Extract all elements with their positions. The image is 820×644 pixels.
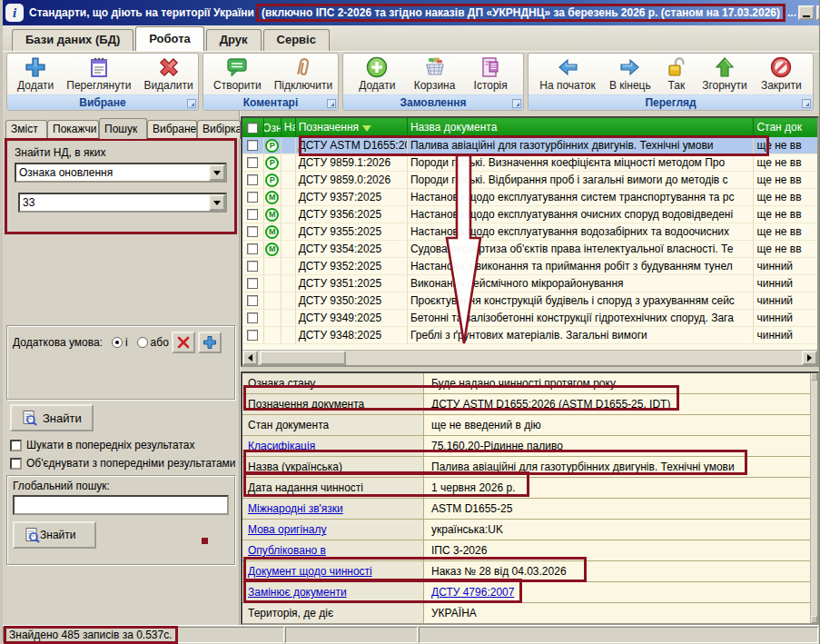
dialog-launcher-icon[interactable] — [327, 99, 336, 108]
comment-create-button[interactable]: Створити — [207, 54, 268, 92]
table-row[interactable]: Р ДСТУ ASTM D1655:2026 ( Палива авіаційн… — [242, 137, 817, 154]
row-checkbox[interactable] — [247, 226, 258, 237]
checkbox-icon[interactable] — [10, 458, 22, 470]
order-basket-button[interactable]: Корзина — [408, 54, 462, 92]
table-row[interactable]: ДСТУ 9348:2025 Греблі з ґрунтових матері… — [242, 327, 817, 344]
table-row[interactable]: ДСТУ 9349:2025 Бетонні та залізобетонні … — [242, 310, 817, 327]
header-status[interactable]: Стан док — [754, 118, 817, 137]
table-row[interactable]: М ДСТУ 9355:2025 Настанова щодо експлуат… — [242, 223, 817, 241]
doc-status: чинний — [754, 258, 817, 274]
detail-label-link[interactable]: Мова оригіналу — [242, 520, 424, 540]
table-row[interactable]: ДСТУ 9351:2025 Виконання сейсмічного мік… — [242, 275, 817, 292]
row-checkbox[interactable] — [247, 157, 258, 168]
row-checkbox[interactable] — [247, 209, 258, 220]
dialog-launcher-icon[interactable] — [187, 99, 196, 108]
condition-remove-button[interactable] — [172, 332, 195, 353]
detail-label-link[interactable]: Замінює документи — [242, 582, 424, 602]
table-row[interactable]: ДСТУ 9352:2025 Настанова з виконання та … — [242, 258, 817, 275]
table-row[interactable]: Р ДСТУ 9859.1:2026 Породи гірські. Визна… — [242, 154, 817, 172]
table-row[interactable]: М ДСТУ 9356:2025 Настанова щодо експлуат… — [242, 206, 817, 223]
paperclip-icon — [291, 55, 315, 79]
tab-print[interactable]: Друк — [206, 29, 262, 51]
row-checkbox[interactable] — [247, 278, 258, 289]
row-checkbox[interactable] — [247, 192, 258, 203]
tab-service[interactable]: Сервіс — [263, 29, 330, 51]
table-row[interactable]: М ДСТУ 9357:2025 Настанова щодо експлуат… — [242, 189, 817, 206]
scrollbar-thumb[interactable] — [260, 351, 346, 365]
header-code[interactable]: Позначення — [296, 118, 408, 137]
detail-value-link[interactable]: ДСТУ 4796:2007 — [424, 582, 810, 602]
select-all-checkbox[interactable] — [247, 123, 258, 134]
triangle-left-icon — [248, 354, 252, 362]
find-button[interactable]: Знайти — [10, 404, 94, 431]
scroll-right-button[interactable] — [802, 351, 817, 365]
header-checkbox-cell[interactable] — [242, 118, 264, 137]
sidebar-tab-search[interactable]: Пошук — [99, 118, 147, 139]
sidebar-tab-selection[interactable]: Вибірка — [197, 120, 241, 139]
detail-panel: Ознака стану Буде надано чинності протяг… — [241, 372, 819, 625]
row-checkbox[interactable] — [247, 261, 258, 272]
favorites-add-button[interactable]: Додати — [11, 54, 60, 92]
checkbox-icon[interactable] — [10, 440, 22, 451]
close-button[interactable]: Закрити — [755, 54, 808, 92]
table-row[interactable]: Р ДСТУ 9859.0:2026 Породи гірські. Відби… — [242, 172, 817, 189]
order-add-button[interactable]: Додати — [352, 54, 401, 92]
scroll-up-button[interactable] — [811, 373, 817, 381]
header-mark[interactable]: Озн — [264, 118, 282, 137]
table-row[interactable]: М ДСТУ 9354:2025 Судова експертиза об'єк… — [242, 241, 817, 258]
horizontal-scrollbar[interactable] — [242, 350, 817, 365]
lock-button[interactable]: Так — [658, 54, 695, 92]
detail-label-link[interactable]: Класифікація — [242, 436, 424, 456]
tab-work[interactable]: Робота — [135, 26, 204, 51]
criteria-field-combobox[interactable]: Ознака оновлення — [15, 163, 227, 183]
dialog-launcher-icon[interactable] — [802, 99, 811, 108]
global-find-button[interactable]: Знайти — [13, 521, 96, 549]
order-history-button[interactable]: Історія — [468, 54, 514, 92]
sidebar-tab-favorites[interactable]: Вибране — [147, 120, 197, 139]
sidebar-tab-indexes[interactable]: Покажчи — [47, 120, 99, 139]
comment-attach-button[interactable]: Підключити — [268, 54, 340, 92]
row-checkbox[interactable] — [247, 330, 258, 341]
global-search-input[interactable] — [13, 495, 229, 515]
sidebar-tab-contents[interactable]: Зміст — [5, 120, 47, 139]
detail-label-link[interactable]: Документ щодо чинності — [242, 561, 424, 581]
row-checkbox[interactable] — [247, 243, 258, 254]
favorites-view-button[interactable]: Переглянути — [60, 54, 137, 92]
detail-label-link[interactable]: Міжнародні зв'язки — [242, 499, 424, 519]
favorites-delete-button[interactable]: Видалити — [137, 54, 199, 92]
header-availability[interactable]: Ная — [282, 118, 296, 137]
condition-add-button[interactable] — [198, 332, 222, 353]
minimize-button[interactable] — [798, 5, 815, 20]
table-row[interactable]: ДСТУ 9350:2025 Проєктування конструкцій … — [242, 292, 817, 310]
collapse-button[interactable]: Згорнути — [696, 54, 754, 92]
search-in-previous-checkbox-row[interactable]: Шукати в попередніх результатах — [10, 438, 239, 452]
go-start-button[interactable]: На початок — [533, 54, 602, 92]
row-checkbox[interactable] — [247, 174, 258, 185]
detail-label: Назва (українська) — [242, 457, 424, 477]
combo-dropdown-button[interactable] — [209, 194, 225, 211]
detail-label: Ознака стану — [242, 373, 424, 393]
radio-and[interactable] — [112, 337, 123, 348]
maximize-button[interactable] — [816, 5, 819, 20]
detail-label-link[interactable]: Опубліковано в — [242, 540, 424, 560]
title-bar: i Стандарти, що діють на території Украї… — [3, 0, 819, 25]
combo-dropdown-button[interactable] — [209, 164, 225, 181]
scroll-left-button[interactable] — [242, 351, 258, 365]
vertical-scrollbar[interactable] — [810, 373, 817, 623]
merge-with-previous-checkbox-row[interactable]: Об'єднувати з попередніми результатами — [10, 456, 239, 471]
scroll-down-button[interactable] — [811, 616, 817, 623]
doc-name: Настанова з виконання та приймання робіт… — [408, 258, 755, 274]
detail-row: Міжнародні зв'язки ASTM D1655-25 — [242, 499, 810, 520]
row-checkbox[interactable] — [247, 312, 258, 323]
sidebar: Зміст Покажчи Пошук Вибране Вибірка Знай… — [3, 111, 241, 625]
radio-or[interactable] — [137, 337, 148, 348]
go-end-button[interactable]: В кінець — [603, 54, 657, 92]
tab-databases[interactable]: Бази даних (БД) — [12, 29, 133, 51]
criteria-value-combobox[interactable]: 33 — [18, 193, 227, 213]
header-name[interactable]: Назва документа — [408, 118, 755, 137]
row-checkbox[interactable] — [247, 295, 258, 306]
dialog-launcher-icon[interactable] — [512, 99, 521, 108]
plus-blue-icon — [24, 55, 47, 79]
row-checkbox[interactable] — [247, 140, 258, 151]
ribbon-toolbar: Додати Переглянути Видалити Вибране — [3, 52, 819, 111]
